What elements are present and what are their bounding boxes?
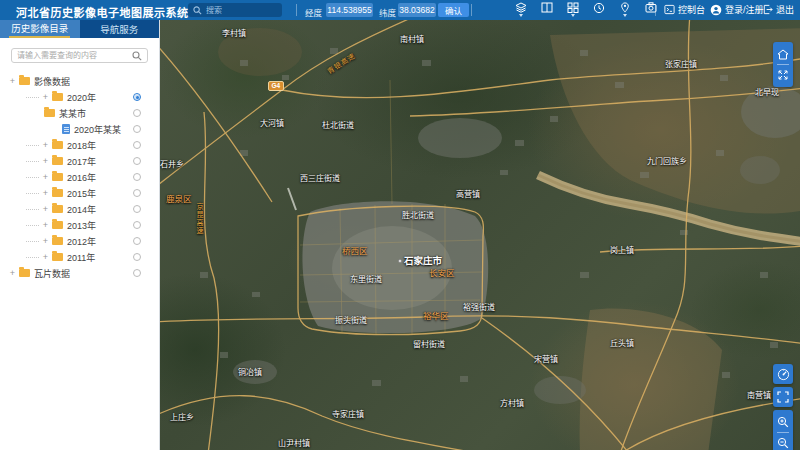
expand-icon[interactable]: + xyxy=(41,205,50,214)
tree-item-2016年[interactable]: +2016年 xyxy=(0,169,159,185)
tree-connector xyxy=(26,161,39,162)
global-search-input[interactable] xyxy=(206,6,276,15)
header-toolbar xyxy=(514,2,657,18)
search-icon xyxy=(193,6,202,15)
tree-connector xyxy=(26,225,39,226)
tree-radio-unchecked[interactable] xyxy=(133,109,141,117)
urban-area xyxy=(233,360,277,384)
tree-radio-unchecked[interactable] xyxy=(133,253,141,261)
expand-icon[interactable]: + xyxy=(8,269,17,278)
tree-item-影像数据[interactable]: +影像数据 xyxy=(0,73,159,89)
map-top-controls xyxy=(773,42,793,87)
location-pin-icon[interactable] xyxy=(618,2,631,18)
compass-icon[interactable] xyxy=(773,364,793,384)
user-icon xyxy=(710,4,722,16)
zoom-in-icon[interactable] xyxy=(773,412,793,432)
zoom-out-icon[interactable] xyxy=(773,433,793,450)
tab-label: 历史影像目录 xyxy=(9,21,70,38)
tree-search[interactable] xyxy=(11,48,148,63)
compass-control xyxy=(773,364,793,384)
expand-icon[interactable]: + xyxy=(41,157,50,166)
tree-radio-checked[interactable] xyxy=(133,93,141,101)
tree-item-2014年[interactable]: +2014年 xyxy=(0,201,159,217)
login-label: 登录/注册 xyxy=(725,3,764,16)
exit-icon xyxy=(762,4,773,15)
home-icon[interactable] xyxy=(773,44,793,64)
tab-navigation-service[interactable]: 导航服务 xyxy=(80,20,160,38)
airstrip xyxy=(288,188,296,210)
logout-button[interactable]: 退出 xyxy=(762,3,794,16)
latitude-input[interactable] xyxy=(398,3,436,17)
expand-icon[interactable]: + xyxy=(8,77,17,86)
farmland-patch xyxy=(580,308,722,450)
tree-search-input[interactable] xyxy=(17,51,132,60)
tree-item-2020年[interactable]: +2020年 xyxy=(0,89,159,105)
tree-item-label: 2020年某某 xyxy=(74,123,121,136)
layers-icon[interactable] xyxy=(514,2,527,18)
tree-radio-unchecked[interactable] xyxy=(133,269,141,277)
tree-item-瓦片数据[interactable]: +瓦片数据 xyxy=(0,265,159,281)
tree-item-2011年[interactable]: +2011年 xyxy=(0,249,159,265)
logout-label: 退出 xyxy=(776,3,794,16)
latitude-label: 纬度 xyxy=(379,6,396,18)
tree-radio-unchecked[interactable] xyxy=(133,189,141,197)
tree-item-label: 2020年 xyxy=(67,91,96,104)
split-screen-icon[interactable] xyxy=(540,2,553,18)
folder-icon xyxy=(52,189,63,197)
tree-item-2013年[interactable]: +2013年 xyxy=(0,217,159,233)
tree-item-label: 2013年 xyxy=(67,219,96,232)
folder-icon xyxy=(52,93,63,101)
urban-area xyxy=(740,156,780,184)
tree-item-label: 2014年 xyxy=(67,203,96,216)
tree-radio-unchecked[interactable] xyxy=(133,173,141,181)
longitude-input[interactable] xyxy=(326,3,373,17)
tree-item-2020年某某[interactable]: 2020年某某 xyxy=(0,121,159,137)
expand-icon[interactable]: + xyxy=(41,237,50,246)
tree-connector xyxy=(26,193,39,194)
login-register-button[interactable]: 登录/注册 xyxy=(710,3,764,16)
confirm-button[interactable]: 确认 xyxy=(438,3,469,17)
global-search[interactable] xyxy=(188,3,282,17)
tree-radio-unchecked[interactable] xyxy=(133,141,141,149)
tree-item-label: 影像数据 xyxy=(34,75,70,88)
tree-connector xyxy=(26,257,39,258)
tree-item-2012年[interactable]: +2012年 xyxy=(0,233,159,249)
tree-item-label: 2018年 xyxy=(67,139,96,152)
imagery-tree: +影像数据+2020年某某市2020年某某+2018年+2017年+2016年+… xyxy=(0,71,159,281)
fullscreen-control xyxy=(773,387,793,407)
expand-icon[interactable]: + xyxy=(41,221,50,230)
expand-icon[interactable]: + xyxy=(41,173,50,182)
folder-icon xyxy=(44,109,55,117)
panel-tabs: 历史影像目录 导航服务 xyxy=(0,20,159,38)
tree-item-某某市[interactable]: 某某市 xyxy=(0,105,159,121)
map-canvas[interactable]: 李村镇南村镇张家庄镇北早现大河镇杜北街道石井乡西三庄街道高营镇胜北街道九门回族乡… xyxy=(160,20,800,450)
expand-icon[interactable]: + xyxy=(41,93,50,102)
history-clock-icon[interactable] xyxy=(592,2,605,18)
tree-item-2018年[interactable]: +2018年 xyxy=(0,137,159,153)
folder-icon xyxy=(52,157,63,165)
tree-item-2015年[interactable]: +2015年 xyxy=(0,185,159,201)
tree-item-label: 2012年 xyxy=(67,235,96,248)
chevron-down-icon xyxy=(571,14,575,17)
left-panel: 历史影像目录 导航服务 +影像数据+2020年某某市2020年某某+2018年+… xyxy=(0,20,160,450)
expand-icon[interactable]: + xyxy=(41,189,50,198)
folder-icon xyxy=(52,237,63,245)
expand-icon[interactable]: + xyxy=(41,253,50,262)
urban-area xyxy=(418,118,502,158)
tree-item-2017年[interactable]: +2017年 xyxy=(0,153,159,169)
tree-radio-unchecked[interactable] xyxy=(133,237,141,245)
chevron-down-icon xyxy=(519,14,523,17)
fullscreen-icon[interactable] xyxy=(773,387,793,407)
folder-icon xyxy=(52,141,63,149)
expand-icon[interactable]: + xyxy=(41,141,50,150)
console-button[interactable]: 控制台 xyxy=(664,3,705,16)
apps-grid-icon[interactable] xyxy=(566,2,579,18)
file-icon xyxy=(62,124,70,134)
fit-extent-icon[interactable] xyxy=(773,65,793,85)
tree-radio-unchecked[interactable] xyxy=(133,125,141,133)
tree-radio-unchecked[interactable] xyxy=(133,221,141,229)
search-icon[interactable] xyxy=(132,51,142,61)
tab-history-imagery-catalog[interactable]: 历史影像目录 xyxy=(0,20,80,38)
tree-radio-unchecked[interactable] xyxy=(133,157,141,165)
tree-radio-unchecked[interactable] xyxy=(133,205,141,213)
